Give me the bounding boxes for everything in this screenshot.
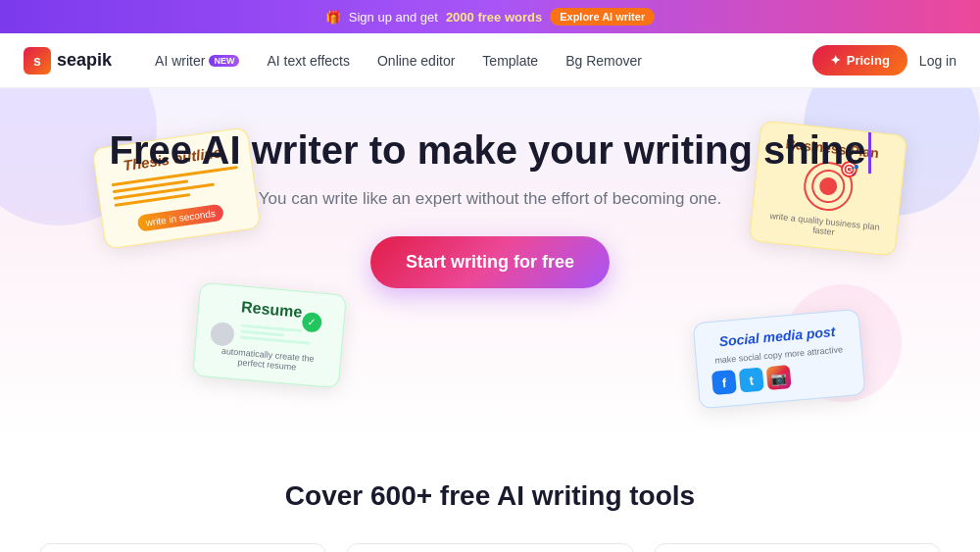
resume-photo: [210, 322, 235, 347]
login-button[interactable]: Log in: [919, 53, 956, 69]
feature-card-0: Professional Essay Write Powered By AI (…: [39, 543, 326, 552]
blob-3: [784, 284, 902, 402]
hero-title: Free AI writer to make your writing shin…: [20, 127, 960, 174]
features-grid: Professional Essay Write Powered By AI (…: [39, 543, 941, 552]
features-section: Cover 600+ free AI writing tools Profess…: [0, 441, 980, 552]
twitter-icon: t: [739, 368, 764, 393]
business-card-text: write a quality business plan faster: [764, 211, 883, 242]
header: s seapik AI writer NEW AI text effects O…: [0, 33, 980, 88]
banner-gift-icon: 🎁: [325, 10, 341, 25]
banner-text: Sign up and get: [349, 10, 438, 25]
pricing-button[interactable]: ✦ Pricing: [812, 45, 907, 75]
resume-card-title: Resume: [213, 296, 331, 324]
social-card-title: Social media post: [709, 323, 847, 350]
logo-icon: s: [24, 47, 51, 75]
social-card: Social media post make social copy more …: [692, 309, 865, 409]
feature-card-2: Free AI Story Generator And Plot Generat…: [654, 543, 941, 552]
pricing-icon: ✦: [830, 53, 841, 68]
logo-text: seapik: [57, 50, 112, 71]
nav-item-ai-text-effects[interactable]: AI text effects: [255, 47, 362, 75]
new-badge: NEW: [209, 55, 239, 67]
hero-subtitle: You can write like an expert without the…: [20, 189, 960, 209]
feature-card-1: Best AI Blog Writer, Write Blogs In Seco…: [346, 543, 633, 552]
social-icons: f t 📷: [711, 360, 851, 395]
header-actions: ✦ Pricing Log in: [812, 45, 956, 75]
nav-item-online-editor[interactable]: Online editor: [366, 47, 466, 75]
instagram-icon: 📷: [766, 365, 792, 390]
nav-item-template[interactable]: Template: [470, 47, 550, 75]
hero-section: Thesis outline write in seconds Business…: [0, 88, 980, 441]
resume-check-icon: ✓: [301, 312, 322, 333]
top-banner: 🎁 Sign up and get 2000 free words Explor…: [0, 0, 980, 33]
explore-ai-writer-button[interactable]: Explore AI writer: [550, 8, 655, 25]
logo[interactable]: s seapik: [24, 47, 112, 75]
start-writing-button[interactable]: Start writing for free: [370, 236, 610, 288]
facebook-icon: f: [711, 370, 737, 395]
main-nav: AI writer NEW AI text effects Online edi…: [143, 47, 812, 75]
banner-highlight: 2000 free words: [446, 10, 542, 25]
resume-line-3: [240, 335, 311, 344]
resume-line-2: [240, 329, 284, 336]
social-card-subtitle: make social copy more attractive: [710, 344, 847, 366]
resume-card: Resume ✓ automatically create the perfec…: [192, 282, 347, 389]
cursor: [868, 132, 871, 174]
nav-item-bg-remover[interactable]: Bg Remover: [554, 47, 654, 75]
resume-sub-text: automatically create the perfect resume: [208, 345, 326, 375]
features-title: Cover 600+ free AI writing tools: [39, 480, 941, 512]
nav-item-ai-writer[interactable]: AI writer NEW: [143, 47, 251, 75]
resume-line-1: [241, 324, 303, 331]
